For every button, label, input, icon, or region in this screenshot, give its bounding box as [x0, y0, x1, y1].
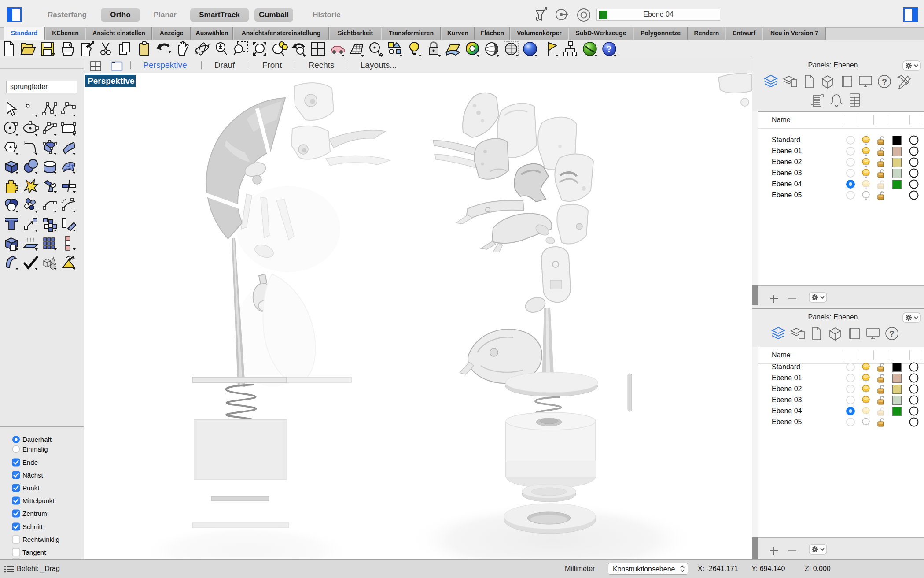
svg-text:?: ? [882, 77, 887, 86]
svg-text:?: ? [607, 44, 612, 55]
svg-text:?: ? [889, 329, 895, 338]
